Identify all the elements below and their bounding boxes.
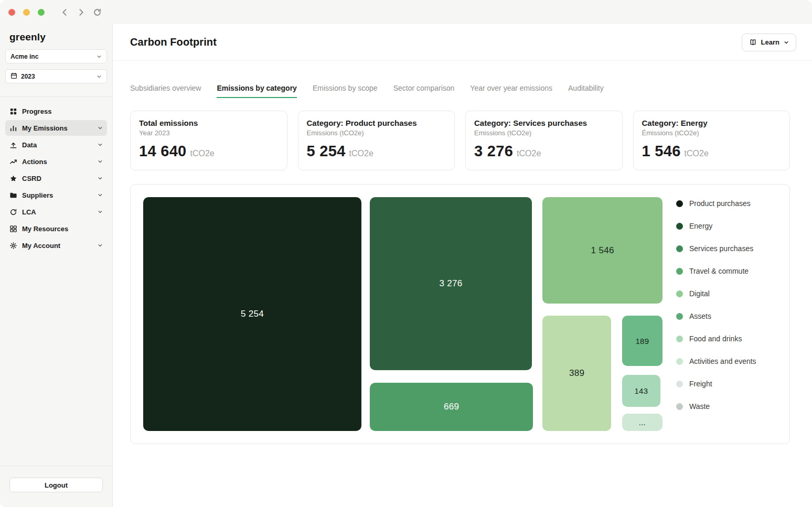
legend-label: Assets bbox=[689, 312, 711, 320]
stat-card-title: Category: Services purchases bbox=[474, 118, 614, 127]
legend-label: Product purchases bbox=[689, 199, 751, 208]
legend-label: Food and drinks bbox=[689, 335, 742, 343]
stat-card-product-purchases: Category: Product purchases Emissions (t… bbox=[298, 111, 455, 170]
legend-label: Energy bbox=[689, 222, 712, 230]
legend-dot bbox=[676, 290, 683, 297]
stat-card-unit: tCO2e bbox=[685, 149, 709, 158]
zoom-window-icon[interactable] bbox=[38, 9, 45, 16]
stat-card-value: 1 546 bbox=[642, 143, 681, 160]
treemap-block[interactable]: ... bbox=[622, 414, 663, 431]
legend-dot bbox=[676, 223, 683, 230]
stat-card-title: Category: Product purchases bbox=[307, 118, 446, 127]
legend-item: Services purchases bbox=[676, 244, 756, 253]
sidebar-item-label: Data bbox=[22, 141, 37, 149]
company-selector-value: Acme inc bbox=[10, 53, 38, 60]
legend-item: Energy bbox=[676, 222, 756, 230]
legend-label: Services purchases bbox=[689, 244, 753, 253]
chevron-down-icon bbox=[98, 209, 103, 214]
main-content: Carbon Footprint Learn Subsidiaries over… bbox=[113, 24, 812, 507]
legend-label: Waste bbox=[689, 402, 710, 411]
legend-item: Freight bbox=[676, 380, 756, 388]
treemap-legend: Product purchases Energy Services purcha… bbox=[676, 197, 756, 431]
sidebar-item-label: My Emissions bbox=[22, 124, 68, 132]
tab-auditability[interactable]: Auditability bbox=[568, 84, 604, 98]
sidebar-item-data[interactable]: Data bbox=[5, 137, 107, 153]
treemap-block[interactable]: 5 254 bbox=[143, 197, 361, 431]
learn-button[interactable]: Learn bbox=[742, 34, 796, 51]
tab-emissions-by-category[interactable]: Emissions by category bbox=[217, 84, 297, 98]
trend-icon bbox=[9, 158, 17, 166]
company-selector[interactable]: Acme inc bbox=[5, 49, 107, 63]
chevron-down-icon bbox=[97, 74, 102, 79]
tab-sector-comparison[interactable]: Sector comparison bbox=[393, 84, 455, 98]
sidebar-item-label: CSRD bbox=[22, 175, 41, 182]
logout-button[interactable]: Logout bbox=[9, 478, 103, 492]
sidebar-item-label: Actions bbox=[22, 158, 47, 166]
year-selector[interactable]: 2023 bbox=[5, 69, 107, 83]
sidebar-item-actions[interactable]: Actions bbox=[5, 154, 107, 169]
sidebar-item-my-account[interactable]: My Account bbox=[5, 238, 107, 253]
chevron-down-icon bbox=[784, 40, 789, 45]
legend-dot bbox=[676, 403, 683, 410]
tab-subsidiaries-overview[interactable]: Subsidiaries overview bbox=[130, 84, 201, 98]
treemap-block[interactable]: 143 bbox=[622, 375, 660, 407]
book-icon bbox=[749, 38, 757, 46]
page-header: Carbon Footprint Learn bbox=[113, 24, 812, 61]
gear-icon bbox=[9, 242, 17, 250]
grid-outline-icon bbox=[9, 225, 17, 233]
grid-icon bbox=[9, 107, 17, 115]
bar-chart-icon bbox=[9, 124, 17, 132]
chevron-down-icon bbox=[98, 125, 103, 131]
sidebar-item-label: My Account bbox=[22, 242, 60, 250]
legend-dot bbox=[676, 381, 683, 387]
close-window-icon[interactable] bbox=[8, 9, 15, 16]
back-icon[interactable] bbox=[60, 8, 69, 17]
year-selector-value: 2023 bbox=[21, 73, 35, 80]
reload-icon[interactable] bbox=[93, 8, 102, 17]
legend-dot bbox=[676, 313, 683, 320]
treemap-block[interactable]: 189 bbox=[622, 316, 663, 366]
tab-emissions-by-scope[interactable]: Emissions by scope bbox=[313, 84, 378, 98]
legend-dot bbox=[676, 245, 683, 252]
recycle-icon bbox=[9, 208, 17, 216]
upload-icon bbox=[9, 141, 17, 149]
stat-card-energy: Category: Energy Émissions (tCO2e) 1 546… bbox=[633, 111, 790, 170]
forward-icon[interactable] bbox=[77, 8, 86, 17]
window-controls bbox=[8, 9, 45, 16]
chevron-down-icon bbox=[98, 142, 103, 147]
sidebar-item-label: My Resources bbox=[22, 225, 68, 233]
sidebar-item-my-emissions[interactable]: My Emissions bbox=[5, 120, 107, 136]
legend-item: Food and drinks bbox=[676, 335, 756, 343]
browser-topbar bbox=[0, 0, 812, 24]
browser-window: greenly Acme inc 2023 bbox=[0, 0, 812, 507]
sidebar-item-label: Suppliers bbox=[22, 191, 53, 199]
tab-bar: Subsidiaries overview Emissions by categ… bbox=[113, 84, 812, 98]
sidebar-item-lca[interactable]: LCA bbox=[5, 204, 107, 220]
page-title: Carbon Footprint bbox=[130, 36, 217, 48]
treemap-block[interactable]: 3 276 bbox=[370, 197, 532, 370]
sidebar-item-suppliers[interactable]: Suppliers bbox=[5, 187, 107, 203]
legend-item: Assets bbox=[676, 312, 756, 320]
treemap-block[interactable]: 389 bbox=[542, 316, 611, 431]
minimize-window-icon[interactable] bbox=[23, 9, 30, 16]
legend-dot bbox=[676, 268, 683, 275]
stat-card-subtitle: Émissions (tCO2e) bbox=[642, 129, 782, 137]
treemap-block[interactable]: 1 546 bbox=[542, 197, 663, 304]
tab-year-over-year-emissions[interactable]: Year over year emissions bbox=[470, 84, 552, 98]
legend-item: Waste bbox=[676, 402, 756, 411]
chevron-down-icon bbox=[98, 159, 103, 164]
star-icon bbox=[9, 175, 17, 182]
sidebar: greenly Acme inc 2023 bbox=[0, 24, 113, 507]
legend-dot bbox=[676, 200, 683, 207]
sidebar-item-progress[interactable]: Progress bbox=[5, 103, 107, 119]
calendar-icon bbox=[10, 72, 17, 81]
greenly-logo: greenly bbox=[0, 24, 112, 49]
stat-card-total-emissions: Total emissions Year 2023 14 640 tCO2e bbox=[130, 111, 287, 170]
chevron-down-icon bbox=[97, 54, 102, 59]
sidebar-item-label: Progress bbox=[22, 107, 51, 115]
sidebar-item-csrd[interactable]: CSRD bbox=[5, 170, 107, 186]
chevron-down-icon bbox=[98, 192, 103, 198]
stat-cards-row: Total emissions Year 2023 14 640 tCO2e C… bbox=[113, 111, 812, 170]
treemap-block[interactable]: 669 bbox=[370, 383, 533, 431]
sidebar-item-my-resources[interactable]: My Resources bbox=[5, 221, 107, 236]
